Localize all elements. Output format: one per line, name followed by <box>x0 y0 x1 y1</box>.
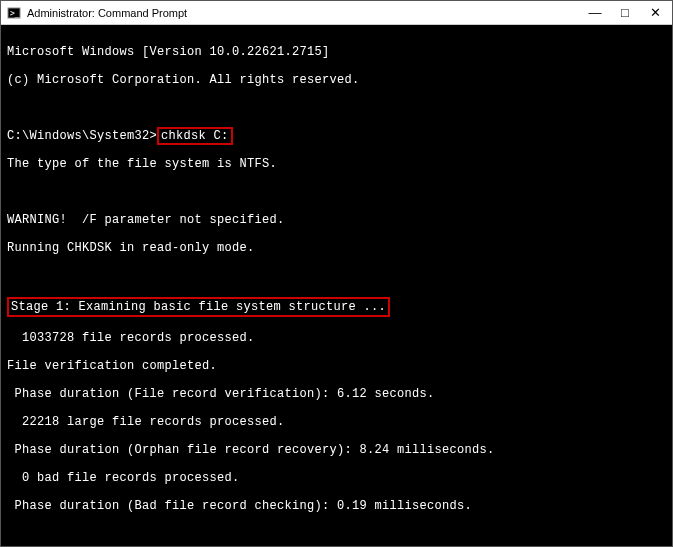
command-highlight: chkdsk C: <box>157 127 233 145</box>
output-line: Phase duration (File record verification… <box>7 387 666 401</box>
close-button[interactable]: ✕ <box>648 6 662 20</box>
output-line: Phase duration (Bad file record checking… <box>7 499 666 513</box>
output-line: Phase duration (Orphan file record recov… <box>7 443 666 457</box>
blank-line <box>7 101 666 115</box>
window-controls: — □ ✕ <box>588 6 668 20</box>
blank-line <box>7 527 666 541</box>
maximize-button[interactable]: □ <box>618 6 632 20</box>
cmd-icon: >_ <box>7 6 21 20</box>
output-line: 1033728 file records processed. <box>7 331 666 345</box>
prompt-text: C:\Windows\System32> <box>7 129 157 143</box>
blank-line <box>7 185 666 199</box>
terminal-output[interactable]: Microsoft Windows [Version 10.0.22621.27… <box>1 25 672 547</box>
stage1-text: Stage 1: Examining basic file system str… <box>11 300 386 314</box>
svg-text:>_: >_ <box>10 9 20 18</box>
stage1-line: Stage 1: Examining basic file system str… <box>7 297 666 317</box>
output-line: WARNING! /F parameter not specified. <box>7 213 666 227</box>
command-prompt-window: >_ Administrator: Command Prompt — □ ✕ M… <box>0 0 673 547</box>
window-title: Administrator: Command Prompt <box>27 7 187 19</box>
titlebar-left: >_ Administrator: Command Prompt <box>7 6 187 20</box>
output-line: The type of the file system is NTFS. <box>7 157 666 171</box>
output-line: Microsoft Windows [Version 10.0.22621.27… <box>7 45 666 59</box>
prompt-line: C:\Windows\System32>chkdsk C: <box>7 129 666 143</box>
output-line: File verification completed. <box>7 359 666 373</box>
blank-line <box>7 269 666 283</box>
command-text: chkdsk C: <box>161 129 229 143</box>
minimize-button[interactable]: — <box>588 6 602 20</box>
output-line: Running CHKDSK in read-only mode. <box>7 241 666 255</box>
output-line: 0 bad file records processed. <box>7 471 666 485</box>
output-line: (c) Microsoft Corporation. All rights re… <box>7 73 666 87</box>
output-line: 22218 large file records processed. <box>7 415 666 429</box>
stage1-highlight: Stage 1: Examining basic file system str… <box>7 297 390 317</box>
window-titlebar: >_ Administrator: Command Prompt — □ ✕ <box>1 1 672 25</box>
